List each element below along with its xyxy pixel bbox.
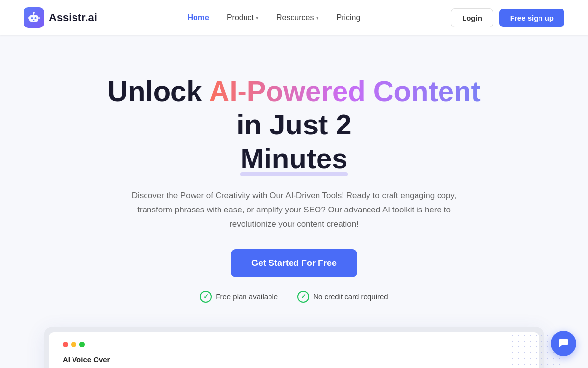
screenshot-section: AI Voice Over Bring your content to life…: [0, 327, 588, 368]
product-chevron-icon: ▾: [256, 15, 259, 21]
nav-resources[interactable]: Resources ▾: [276, 13, 318, 22]
logo-link[interactable]: Assistr.ai: [24, 7, 97, 28]
hero-badges: ✓ Free plan available ✓ No credit card r…: [200, 291, 388, 303]
navbar: Assistr.ai Home Product ▾ Resources ▾ Pr…: [0, 0, 588, 35]
check-icon-2: ✓: [297, 291, 309, 303]
svg-point-2: [35, 17, 37, 19]
hero-subtitle: Discover the Power of Creativity with Ou…: [127, 189, 461, 232]
check-icon-1: ✓: [200, 291, 212, 303]
hero-section: Unlock AI-Powered Content in Just 2 Minu…: [0, 35, 588, 322]
logo-icon: [24, 7, 44, 28]
close-dot: [63, 342, 68, 347]
screenshot-inner: AI Voice Over Bring your content to life…: [49, 332, 539, 368]
svg-rect-6: [28, 17, 29, 19]
badge-no-cc: ✓ No credit card required: [297, 291, 388, 303]
signup-button[interactable]: Free sign up: [499, 9, 564, 27]
nav-actions: Login Free sign up: [451, 8, 564, 27]
screenshot-wrapper: AI Voice Over Bring your content to life…: [44, 327, 544, 368]
maximize-dot: [79, 342, 85, 347]
hero-gradient-text: AI-Powered Content: [209, 75, 481, 107]
svg-point-1: [31, 17, 33, 19]
badge-free-plan: ✓ Free plan available: [200, 291, 278, 303]
screenshot-title: AI Voice Over: [63, 355, 525, 364]
resources-chevron-icon: ▾: [316, 15, 319, 21]
chat-bubble-button[interactable]: [551, 331, 576, 356]
brand-name: Assistr.ai: [49, 11, 97, 24]
get-started-button[interactable]: Get Started For Free: [231, 249, 357, 277]
login-button[interactable]: Login: [451, 8, 493, 27]
svg-rect-7: [38, 17, 40, 19]
svg-rect-3: [33, 20, 35, 21]
nav-home[interactable]: Home: [187, 13, 209, 22]
hero-underline-text: Minutes: [240, 142, 347, 175]
window-controls: [63, 342, 525, 347]
nav-pricing[interactable]: Pricing: [337, 13, 361, 22]
minimize-dot: [71, 342, 76, 347]
hero-title: Unlock AI-Powered Content in Just 2 Minu…: [93, 75, 495, 175]
nav-links: Home Product ▾ Resources ▾ Pricing: [187, 13, 360, 22]
nav-product[interactable]: Product ▾: [227, 13, 259, 22]
svg-point-5: [33, 12, 35, 14]
